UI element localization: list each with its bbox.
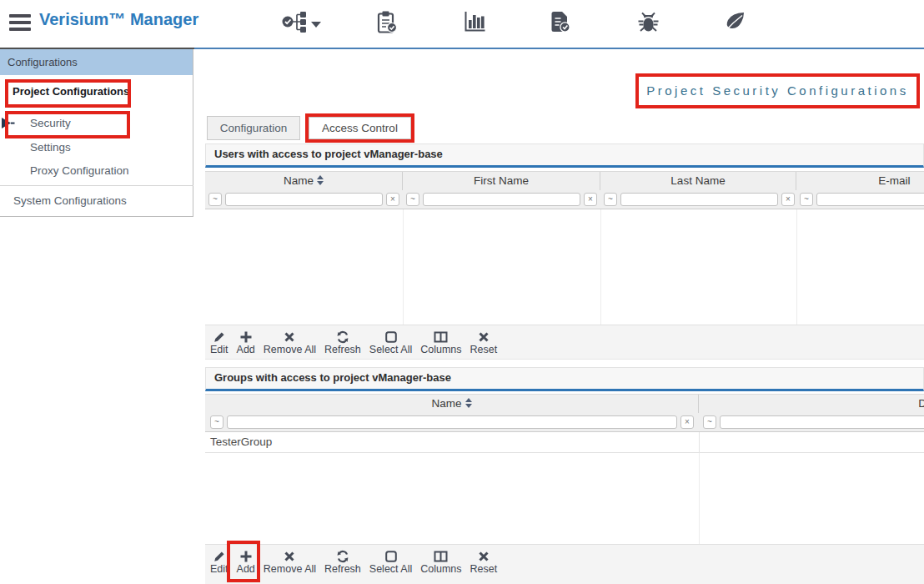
main-content: Project Security Configurations Configur…: [205, 49, 924, 584]
users-column-header-name[interactable]: Name: [205, 172, 403, 191]
users-column-header-first-name[interactable]: First Name: [403, 172, 600, 191]
groups-column-header-description[interactable]: Description: [699, 395, 924, 414]
hamburger-menu-icon[interactable]: [9, 14, 31, 34]
x-icon: [284, 549, 295, 563]
top-bar: Verisium™ Manager: [0, 0, 924, 48]
remove-all-button[interactable]: Remove All: [264, 549, 316, 576]
columns-icon: [434, 549, 448, 563]
sidebar-item-system-configurations[interactable]: System Configurations: [13, 194, 127, 207]
toolbar-button-label: Columns: [420, 563, 461, 576]
groups-table-body: [205, 453, 924, 544]
groups-column-header-name[interactable]: Name: [205, 395, 699, 414]
sort-icon: [317, 175, 324, 185]
analysis-tree-icon[interactable]: [282, 11, 308, 36]
edit-button[interactable]: Edit: [210, 330, 228, 356]
plus-icon: [239, 330, 253, 344]
users-section-header: Users with access to project vManager-ba…: [205, 143, 924, 168]
email-filter-operator-button[interactable]: ~: [800, 193, 813, 206]
refresh-button[interactable]: Refresh: [324, 330, 361, 356]
refresh-icon: [336, 549, 349, 563]
plus-icon: [239, 549, 253, 563]
group-name-filter-input[interactable]: [227, 415, 677, 429]
column-label: Description: [918, 397, 924, 410]
pencil-icon: [213, 330, 226, 344]
last-name-filter-input[interactable]: [620, 193, 778, 206]
toolbar-button-label: Remove All: [264, 344, 316, 356]
metrics-chart-icon[interactable]: [464, 11, 486, 35]
add-button[interactable]: Add: [237, 549, 255, 576]
group-name-cell: TesterGroup: [210, 432, 272, 452]
column-label: First Name: [474, 174, 529, 187]
description-filter-input[interactable]: [720, 415, 924, 429]
select-all-button[interactable]: Select All: [369, 330, 412, 356]
toolbar-button-label: Add: [237, 344, 255, 356]
edit-button[interactable]: Edit: [210, 549, 228, 576]
chevron-down-icon[interactable]: [311, 22, 321, 28]
verisium-manager-window: Verisium™ Manager: [0, 0, 924, 584]
users-table-body: [205, 209, 924, 325]
users-filter-row: ~ × ~ × ~ × ~: [205, 190, 924, 209]
toolbar-button-label: Columns: [420, 344, 461, 356]
group-name-filter-operator-button[interactable]: ~: [210, 415, 223, 429]
name-filter-clear-button[interactable]: ×: [386, 193, 399, 206]
users-column-header-last-name[interactable]: Last Name: [600, 172, 796, 191]
users-column-header-email[interactable]: E-mail: [796, 172, 924, 191]
columns-button[interactable]: Columns: [420, 549, 461, 576]
groups-table-header: Name Description: [205, 394, 924, 413]
toolbar-button-label: Reset: [470, 563, 498, 576]
sidebar-item-proxy-configuration[interactable]: Proxy Configuration: [30, 164, 129, 177]
bugs-icon[interactable]: [637, 11, 660, 36]
reset-button[interactable]: Reset: [470, 549, 498, 576]
refresh-button[interactable]: Refresh: [324, 549, 361, 576]
sidebar-item-project-configurations[interactable]: Project Configurations: [13, 85, 129, 98]
app-title: Verisium™ Manager: [39, 10, 198, 29]
toolbar-button-label: Refresh: [324, 344, 361, 356]
remove-all-button[interactable]: Remove All: [264, 330, 316, 356]
sidebar-header: Configurations: [0, 49, 193, 75]
first-name-filter-input[interactable]: [423, 193, 580, 206]
selected-item-arrow-icon: [2, 118, 15, 129]
columns-button[interactable]: Columns: [420, 330, 461, 356]
refresh-icon: [336, 330, 349, 344]
description-filter-operator-button[interactable]: ~: [703, 415, 716, 429]
last-name-filter-operator-button[interactable]: ~: [604, 193, 617, 206]
add-button[interactable]: Add: [237, 330, 255, 356]
reset-button[interactable]: Reset: [470, 330, 498, 356]
select-all-button[interactable]: Select All: [369, 549, 412, 576]
regression-report-icon[interactable]: [550, 11, 571, 36]
square-icon: [384, 549, 398, 563]
tab-access-control[interactable]: Access Control: [309, 117, 411, 139]
groups-section-header: Groups with access to project vManager-b…: [205, 367, 924, 391]
column-label: Name: [431, 397, 461, 410]
group-name-filter-clear-button[interactable]: ×: [680, 415, 694, 429]
coverage-leaf-icon[interactable]: [724, 11, 746, 34]
x-icon: [284, 330, 295, 344]
column-label: E-mail: [878, 174, 910, 187]
sidebar: Configurations: [0, 49, 193, 217]
tab-configuration[interactable]: Configuration: [207, 116, 300, 140]
toolbar-button-label: Edit: [210, 563, 228, 576]
name-filter-input[interactable]: [225, 193, 383, 206]
toolbar-button-label: Select All: [369, 563, 412, 576]
sort-icon: [465, 398, 472, 408]
toolbar-button-label: Reset: [470, 344, 498, 356]
vplan-clipboard-icon[interactable]: [377, 11, 398, 36]
toolbar-button-label: Remove All: [264, 563, 316, 576]
last-name-filter-clear-button[interactable]: ×: [781, 193, 795, 206]
first-name-filter-operator-button[interactable]: ~: [406, 193, 419, 206]
toolbar-button-label: Select All: [369, 344, 412, 356]
page-title: Project Security Configurations: [635, 77, 920, 105]
toolbar-button-label: Refresh: [324, 563, 361, 576]
sidebar-item-security[interactable]: Security: [30, 117, 71, 129]
toolbar-button-label: Add: [237, 563, 255, 576]
groups-toolbar: Edit Add Remove All Refresh Select All C…: [205, 544, 924, 584]
groups-filter-row: ~ × ~: [205, 413, 924, 432]
square-icon: [384, 330, 398, 344]
first-name-filter-clear-button[interactable]: ×: [584, 193, 597, 206]
name-filter-operator-button[interactable]: ~: [208, 193, 222, 206]
table-row-testergroup[interactable]: TesterGroup: [205, 432, 924, 453]
email-filter-input[interactable]: [816, 193, 924, 206]
x-icon: [478, 330, 490, 344]
sidebar-item-settings[interactable]: Settings: [30, 141, 71, 154]
toolbar-button-label: Edit: [210, 344, 228, 356]
